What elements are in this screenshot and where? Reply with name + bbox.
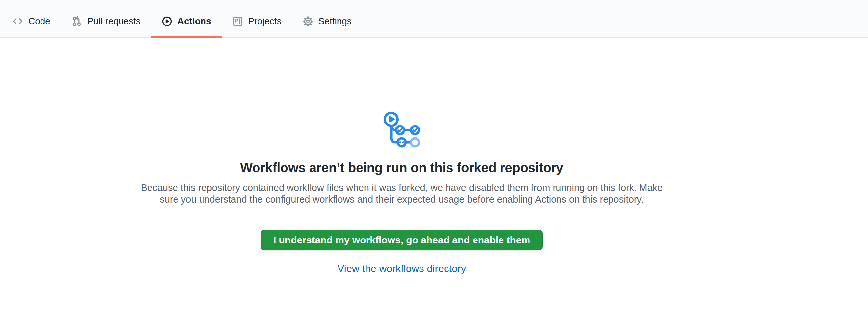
- tab-settings[interactable]: Settings: [292, 6, 362, 37]
- code-icon: [12, 16, 23, 27]
- gear-icon: [303, 16, 313, 27]
- tab-actions[interactable]: Actions: [151, 6, 222, 37]
- git-pull-request-icon: [71, 16, 82, 27]
- tab-label: Pull requests: [87, 17, 141, 26]
- tab-code[interactable]: Code: [2, 6, 61, 37]
- tab-label: Projects: [248, 17, 282, 26]
- blankslate-heading: Workflows aren’t being run on this forke…: [240, 160, 563, 176]
- tab-label: Actions: [178, 17, 211, 26]
- actions-disabled-blankslate: Workflows aren’t being run on this forke…: [0, 37, 803, 275]
- tab-label: Settings: [318, 17, 352, 26]
- view-workflows-directory-link[interactable]: View the workflows directory: [338, 263, 466, 275]
- workflow-graph-icon: [383, 111, 421, 148]
- repo-tab-bar: Code Pull requests Actions: [0, 0, 868, 37]
- enable-workflows-button[interactable]: I understand my workflows, go ahead and …: [261, 229, 542, 250]
- blankslate-description: Because this repository contained workfl…: [135, 182, 669, 205]
- tab-pull-requests[interactable]: Pull requests: [61, 6, 151, 37]
- tab-label: Code: [28, 17, 51, 26]
- tab-projects[interactable]: Projects: [222, 6, 292, 37]
- play-icon: [162, 16, 172, 27]
- project-icon: [232, 16, 243, 27]
